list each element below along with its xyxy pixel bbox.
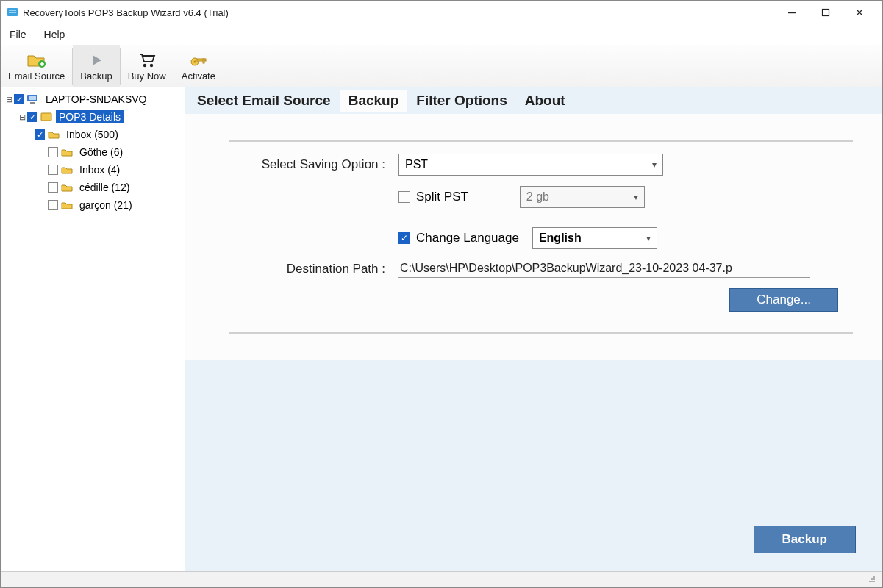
titlebar: RecoveryTools POP3 Backup Wizard v6.4 (T… (1, 1, 882, 24)
cart-icon (137, 50, 157, 71)
tree-checkbox[interactable]: ✓ (35, 129, 45, 140)
tree-label: Göthe (6) (76, 146, 126, 159)
change-path-button[interactable]: Change... (729, 288, 838, 312)
select-value: PST (405, 158, 428, 171)
backup-panel: Select Saving Option : PST ▾ Split PST 2… (185, 114, 882, 360)
tree-checkbox[interactable] (48, 182, 58, 193)
svg-rect-13 (29, 96, 36, 100)
tree-label: POP3 Details (56, 110, 124, 123)
tree-item[interactable]: cédille (12) (1, 179, 185, 196)
maximize-button[interactable] (809, 1, 843, 24)
svg-point-20 (871, 581, 873, 582)
language-row: ✓ Change Language English ▾ (229, 227, 853, 249)
email-source-button[interactable]: Email Source (1, 45, 72, 87)
tab-backup[interactable]: Backup (340, 90, 408, 112)
select-value: English (539, 232, 582, 245)
minimize-button[interactable] (775, 1, 809, 24)
svg-rect-3 (788, 12, 796, 13)
tree-checkbox[interactable]: ✓ (27, 112, 37, 122)
collapse-icon[interactable]: ⊟ (4, 95, 14, 104)
activate-button[interactable]: Activate (174, 45, 223, 87)
resize-grip-icon[interactable] (866, 573, 876, 586)
section-divider (229, 332, 853, 334)
saving-option-label: Select Saving Option : (229, 157, 398, 172)
tree-label: garçon (21) (76, 198, 135, 212)
tab-select-source[interactable]: Select Email Source (188, 90, 340, 112)
collapse-icon[interactable]: ⊟ (17, 112, 27, 122)
tree-item[interactable]: Göthe (6) (1, 143, 185, 161)
svg-point-21 (873, 581, 875, 582)
play-icon (86, 50, 107, 71)
folder-icon (60, 146, 74, 158)
tree-checkbox[interactable]: ✓ (14, 94, 24, 104)
content-area: Select Email Source Backup Filter Option… (185, 87, 882, 571)
tree-item[interactable]: ✓ Inbox (500) (1, 126, 185, 143)
folder-icon (60, 182, 74, 193)
split-pst-row: Split PST 2 gb ▾ (229, 186, 853, 208)
split-pst-checkbox[interactable] (398, 191, 410, 203)
folder-plus-icon (26, 50, 47, 71)
toolbar-label: Backup (80, 71, 112, 82)
toolbar-label: Buy Now (128, 71, 166, 82)
main-area: ⊟ ✓ LAPTOP-SNDAKSVQ ⊟ ✓ POP3 Details ✓ I… (1, 87, 882, 571)
window-title: RecoveryTools POP3 Backup Wizard v6.4 (T… (23, 7, 229, 18)
toolbar: Email Source Backup Buy Now Activate (1, 45, 882, 87)
backup-button[interactable]: Backup (73, 45, 119, 87)
folder-icon (60, 199, 74, 211)
tree-label: Inbox (500) (63, 128, 121, 141)
tabs: Select Email Source Backup Filter Option… (185, 87, 882, 114)
toolbar-label: Email Source (8, 71, 65, 82)
change-language-label: Change Language (416, 231, 519, 245)
destination-label: Destination Path : (229, 262, 398, 276)
close-button[interactable] (843, 1, 876, 24)
svg-point-19 (869, 581, 871, 582)
tree-label: cédille (12) (76, 181, 132, 194)
menu-help[interactable]: Help (44, 29, 65, 40)
split-size-select[interactable]: 2 gb ▾ (520, 186, 645, 208)
svg-point-9 (193, 60, 196, 62)
chevron-down-icon: ▾ (634, 192, 638, 202)
toolbar-label: Activate (182, 71, 215, 82)
computer-icon (26, 93, 40, 105)
app-icon (7, 7, 18, 18)
statusbar (1, 571, 882, 587)
tree-checkbox[interactable] (48, 147, 58, 157)
svg-rect-2 (9, 12, 16, 13)
menu-file[interactable]: File (10, 29, 26, 40)
svg-point-18 (873, 578, 875, 580)
start-backup-button[interactable]: Backup (754, 526, 856, 553)
tab-filter-options[interactable]: Filter Options (407, 90, 516, 112)
folder-icon (60, 164, 74, 176)
tree-pop3[interactable]: ⊟ ✓ POP3 Details (1, 108, 185, 126)
svg-rect-14 (30, 102, 35, 104)
saving-option-row: Select Saving Option : PST ▾ (229, 154, 853, 176)
svg-point-7 (150, 64, 153, 67)
svg-point-16 (873, 576, 875, 578)
tab-about[interactable]: About (516, 90, 574, 112)
svg-point-17 (871, 578, 873, 580)
tree-root[interactable]: ⊟ ✓ LAPTOP-SNDAKSVQ (1, 90, 185, 108)
tree-label: LAPTOP-SNDAKSVQ (43, 93, 149, 106)
change-language-checkbox[interactable]: ✓ (398, 232, 410, 244)
section-divider (229, 140, 853, 142)
select-value: 2 gb (526, 190, 549, 204)
tree-item[interactable]: Inbox (4) (1, 161, 185, 179)
destination-row: Destination Path : (229, 259, 853, 278)
destination-input[interactable] (398, 259, 810, 278)
svg-rect-15 (41, 113, 51, 121)
backup-button-wrap: Backup (754, 526, 856, 553)
svg-point-6 (143, 64, 146, 67)
language-select[interactable]: English ▾ (532, 227, 657, 249)
tree-label: Inbox (4) (76, 163, 123, 176)
key-icon (188, 50, 209, 71)
chevron-down-icon: ▾ (646, 233, 651, 243)
tree-item[interactable]: garçon (21) (1, 196, 185, 214)
saving-option-select[interactable]: PST ▾ (398, 154, 663, 176)
tree-checkbox[interactable] (48, 200, 58, 210)
chevron-down-icon: ▾ (652, 159, 657, 170)
menubar: File Help (1, 24, 882, 45)
svg-rect-4 (823, 10, 829, 16)
folder-tree: ⊟ ✓ LAPTOP-SNDAKSVQ ⊟ ✓ POP3 Details ✓ I… (1, 87, 185, 571)
buy-now-button[interactable]: Buy Now (121, 45, 174, 87)
tree-checkbox[interactable] (48, 165, 58, 175)
